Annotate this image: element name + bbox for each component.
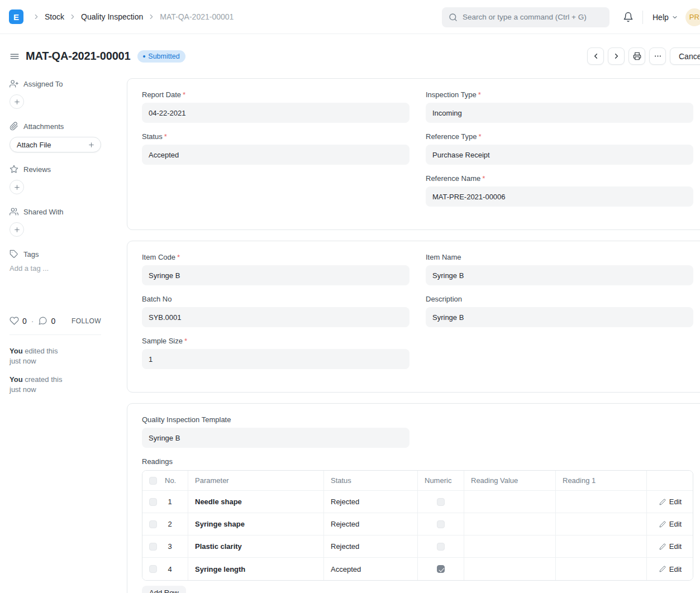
- reading-value-cell[interactable]: [464, 491, 556, 513]
- comment-icon[interactable]: [38, 316, 47, 326]
- numeric-checkbox[interactable]: [437, 520, 445, 528]
- required-marker: *: [478, 90, 481, 99]
- divider: [9, 334, 101, 335]
- attach-file-button[interactable]: Attach File: [9, 137, 101, 152]
- required-marker: *: [183, 90, 185, 99]
- row-checkbox[interactable]: [149, 543, 157, 551]
- required-marker: *: [482, 174, 485, 183]
- user-avatar[interactable]: PR: [685, 8, 700, 26]
- field-label: Item Code: [142, 253, 175, 261]
- parameter-cell[interactable]: Needle shape: [195, 498, 242, 506]
- status-cell[interactable]: Rejected: [324, 535, 418, 558]
- row-checkbox[interactable]: [149, 565, 157, 573]
- notifications-bell-icon[interactable]: [623, 12, 634, 22]
- separator-dot: ·: [31, 317, 34, 326]
- status-cell[interactable]: Rejected: [324, 513, 418, 535]
- menu-button[interactable]: [649, 47, 666, 65]
- like-count: 0: [22, 317, 27, 326]
- column-parameter: Parameter: [188, 471, 324, 491]
- add-row-button[interactable]: Add Row: [142, 586, 186, 593]
- row-checkbox[interactable]: [149, 498, 157, 506]
- reading-value-cell[interactable]: [464, 558, 556, 580]
- column-numeric: Numeric: [418, 471, 464, 491]
- status-badge-label: Submitted: [148, 52, 179, 60]
- edit-row-button[interactable]: Edit: [659, 498, 682, 506]
- inspection-type-input[interactable]: Incoming: [426, 103, 693, 123]
- row-number: 1: [165, 498, 175, 506]
- users-icon: [9, 207, 18, 216]
- field-quality-inspection-template: Quality Inspection Template Syringe B: [142, 415, 409, 448]
- reading-1-cell[interactable]: [556, 535, 647, 558]
- report-date-input[interactable]: 04-22-2021: [142, 103, 409, 123]
- activity-time: just now: [9, 385, 36, 394]
- like-heart-icon[interactable]: [9, 316, 19, 326]
- sample-size-input[interactable]: 1: [142, 349, 409, 369]
- quality-inspection-template-input[interactable]: Syringe B: [142, 428, 409, 448]
- column-no: No.: [165, 476, 176, 485]
- description-input[interactable]: Syringe B: [426, 307, 693, 327]
- item-name-input[interactable]: Syringe B: [426, 265, 693, 285]
- numeric-checkbox[interactable]: [437, 543, 445, 551]
- reading-1-cell[interactable]: [556, 558, 647, 580]
- status-cell[interactable]: Accepted: [324, 558, 418, 580]
- sidebar-toggle-icon[interactable]: [9, 51, 20, 61]
- field-inspection-type: Inspection Type* Incoming: [426, 90, 693, 123]
- chevron-right-icon: [612, 52, 621, 60]
- numeric-checkbox[interactable]: [437, 498, 445, 506]
- row-checkbox[interactable]: [149, 520, 157, 528]
- erpnext-logo-icon[interactable]: E: [9, 9, 23, 24]
- reading-value-cell[interactable]: [464, 535, 556, 558]
- page-actions: Cancel: [587, 47, 700, 65]
- readings-table: No. Parameter Status Numeric Reading Val…: [142, 470, 693, 581]
- parameter-cell[interactable]: Plastic clarity: [195, 542, 242, 551]
- column-edit: [647, 471, 693, 491]
- printer-icon: [633, 52, 641, 60]
- breadcrumb-current-doc: MAT-QA-2021-00001: [160, 12, 234, 21]
- parameter-cell[interactable]: Syringe length: [195, 565, 245, 573]
- reading-value-cell[interactable]: [464, 513, 556, 535]
- breadcrumb-quality-inspection[interactable]: Quality Inspection: [81, 12, 143, 21]
- field-label: Status: [142, 132, 163, 141]
- user-plus-icon: [9, 79, 18, 88]
- page-head: MAT-QA-2021-00001 • Submitted Cancel: [0, 34, 700, 78]
- form-section-readings: Quality Inspection Template Syringe B Re…: [127, 403, 700, 593]
- next-document-button[interactable]: [608, 47, 625, 65]
- reference-type-input[interactable]: Purchase Receipt: [426, 145, 693, 165]
- print-button[interactable]: [628, 47, 645, 65]
- field-label: Reference Name: [426, 174, 480, 183]
- page-title: MAT-QA-2021-00001: [26, 50, 130, 63]
- status-input[interactable]: Accepted: [142, 145, 409, 165]
- add-assignment-button[interactable]: [9, 94, 24, 109]
- chevron-right-icon: [147, 13, 155, 21]
- breadcrumb-stock[interactable]: Stock: [45, 12, 64, 21]
- assigned-to-section: Assigned To: [9, 79, 117, 88]
- reading-1-cell[interactable]: [556, 491, 647, 513]
- form-sidebar: Assigned To Attachments Attach File Revi…: [0, 78, 127, 403]
- item-code-input[interactable]: Syringe B: [142, 265, 409, 285]
- global-search[interactable]: [442, 7, 609, 27]
- reading-1-cell[interactable]: [556, 513, 647, 535]
- column-status: Status: [324, 471, 418, 491]
- field-report-date: Report Date* 04-22-2021: [142, 90, 409, 123]
- parameter-cell[interactable]: Syringe shape: [195, 520, 245, 528]
- column-reading-1: Reading 1: [556, 471, 647, 491]
- attachments-label: Attachments: [23, 122, 64, 131]
- edit-row-button[interactable]: Edit: [659, 542, 682, 551]
- edit-row-button[interactable]: Edit: [659, 565, 682, 573]
- select-all-checkbox[interactable]: [149, 477, 157, 485]
- shared-with-section: Shared With: [9, 207, 117, 216]
- breadcrumb: Stock Quality Inspection MAT-QA-2021-000…: [30, 12, 236, 21]
- edit-row-button[interactable]: Edit: [659, 520, 682, 528]
- share-button[interactable]: [9, 222, 24, 237]
- batch-no-input[interactable]: SYB.0001: [142, 307, 409, 327]
- add-review-button[interactable]: [9, 180, 24, 194]
- reference-name-input[interactable]: MAT-PRE-2021-00006: [426, 186, 693, 207]
- status-cell[interactable]: Rejected: [324, 491, 418, 513]
- cancel-button[interactable]: Cancel: [670, 47, 700, 65]
- numeric-checkbox[interactable]: [437, 565, 445, 573]
- add-tag-input[interactable]: Add a tag ...: [9, 264, 117, 272]
- search-input[interactable]: [463, 13, 602, 21]
- help-menu[interactable]: Help: [653, 13, 678, 22]
- previous-document-button[interactable]: [587, 47, 604, 65]
- follow-button[interactable]: FOLLOW: [72, 317, 101, 325]
